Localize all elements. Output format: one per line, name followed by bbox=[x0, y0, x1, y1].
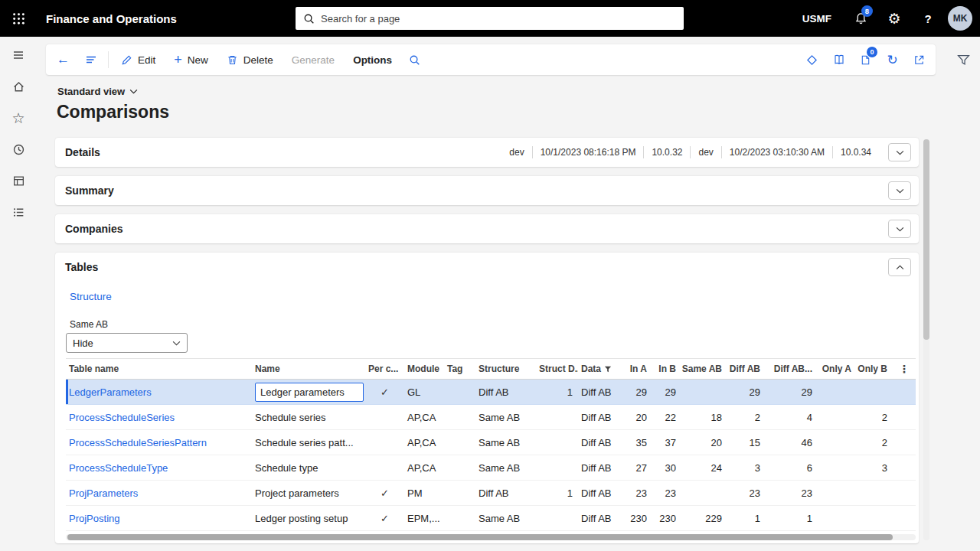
cell-only-b: 2 bbox=[857, 405, 893, 429]
name-edit-input[interactable] bbox=[255, 383, 364, 402]
table-name-link[interactable]: ProcessScheduleSeriesPattern bbox=[69, 437, 207, 448]
collapse-tables-button[interactable] bbox=[888, 258, 911, 276]
nav-menu-toggle[interactable] bbox=[3, 41, 34, 69]
expand-details-button[interactable] bbox=[888, 143, 911, 161]
cell-table-name: LedgerParameters bbox=[66, 380, 252, 404]
grid-more-options[interactable]: ⋮ bbox=[893, 359, 916, 379]
plus-icon: + bbox=[174, 53, 182, 67]
help-button[interactable]: ? bbox=[911, 0, 945, 37]
column-header-structure[interactable]: Structure bbox=[475, 359, 536, 379]
filter-pane-toggle[interactable] bbox=[951, 47, 975, 72]
table-name-link[interactable]: ProjParameters bbox=[69, 487, 138, 499]
attachments-badge: 0 bbox=[867, 47, 877, 57]
column-header-diff-ab[interactable]: Diff AB bbox=[727, 359, 766, 379]
settings-button[interactable]: ⚙ bbox=[877, 0, 911, 37]
search-icon bbox=[303, 13, 315, 24]
table-name-link[interactable]: ProcessScheduleSeries bbox=[69, 412, 175, 423]
cell-structure: Same AB bbox=[475, 455, 536, 480]
table-row[interactable]: ProjPostingLedger posting setup✓EPM,...S… bbox=[66, 506, 916, 531]
column-header-same-ab[interactable]: Same AB bbox=[681, 359, 727, 379]
column-header-tag[interactable]: Tag bbox=[444, 359, 475, 379]
sidebar-item-favorites[interactable]: ☆ bbox=[3, 104, 34, 132]
column-header-only-a[interactable]: Only A bbox=[818, 359, 857, 379]
cell-spacer bbox=[893, 430, 916, 455]
details-meta: dev10/1/2023 08:16:18 PM10.0.32dev10/2/2… bbox=[501, 146, 879, 158]
delete-button[interactable]: Delete bbox=[217, 44, 283, 75]
app-title[interactable]: Finance and Operations bbox=[46, 0, 177, 37]
structure-link[interactable]: Structure bbox=[70, 291, 112, 302]
table-row[interactable]: ProcessScheduleSeriesPatternSchedule ser… bbox=[66, 430, 916, 455]
column-header-module[interactable]: Module bbox=[404, 359, 444, 379]
refresh-icon: ↻ bbox=[887, 54, 897, 67]
notifications-button[interactable]: 8 bbox=[844, 0, 877, 37]
chevron-down-icon bbox=[896, 188, 904, 194]
cell-module: AP,CA bbox=[404, 430, 444, 455]
avatar[interactable]: MK bbox=[948, 6, 972, 31]
expand-summary-button[interactable] bbox=[888, 181, 911, 200]
cell-only-a bbox=[818, 506, 857, 530]
table-row[interactable]: ProcessScheduleTypeSchedule typeAP,CASam… bbox=[66, 455, 916, 481]
expand-companies-button[interactable] bbox=[888, 220, 911, 238]
table-name-link[interactable]: ProcessScheduleType bbox=[69, 462, 168, 474]
global-search-box[interactable] bbox=[296, 7, 684, 30]
section-title: Details bbox=[65, 146, 100, 158]
view-selector[interactable]: Standard view bbox=[57, 86, 138, 97]
table-name-link[interactable]: ProjPosting bbox=[69, 513, 119, 524]
column-header-table-name[interactable]: Table name bbox=[66, 359, 252, 379]
sidebar-item-recent[interactable] bbox=[3, 135, 34, 163]
column-header-data[interactable]: Data bbox=[578, 359, 624, 379]
power-apps-button[interactable] bbox=[799, 46, 825, 73]
filter-icon bbox=[604, 365, 612, 373]
column-header-diff-ab-2[interactable]: Diff AB... bbox=[766, 359, 818, 379]
options-menu[interactable]: Options bbox=[344, 44, 401, 75]
global-search-input[interactable] bbox=[321, 13, 676, 24]
cell-structure: Same AB bbox=[475, 506, 536, 530]
search-icon bbox=[409, 54, 420, 66]
section-companies-header[interactable]: Companies bbox=[55, 214, 919, 243]
new-button[interactable]: + New bbox=[165, 44, 217, 75]
column-header-struct-diff[interactable]: Struct D... bbox=[536, 359, 578, 379]
cell-diff-ab: 3 bbox=[727, 455, 766, 480]
company-selector[interactable]: USMF bbox=[790, 13, 844, 24]
table-row[interactable]: ProcessScheduleSeriesSchedule seriesAP,C… bbox=[66, 405, 916, 430]
table-row[interactable]: LedgerParameters✓GLDiff AB1Diff AB292929… bbox=[66, 380, 916, 405]
column-header-per-company[interactable]: Per c... bbox=[365, 359, 404, 379]
table-row[interactable]: ProjParametersProject parameters✓PMDiff … bbox=[66, 481, 916, 506]
toolbar-divider bbox=[108, 51, 109, 68]
cell-same-ab bbox=[681, 481, 727, 505]
attachments-button[interactable]: 0 bbox=[852, 46, 879, 73]
vertical-scrollbar-thumb[interactable] bbox=[923, 139, 929, 340]
horizontal-scrollbar-thumb[interactable] bbox=[67, 534, 893, 540]
column-header-in-a[interactable]: In A bbox=[624, 359, 652, 379]
workspaces-icon bbox=[12, 174, 25, 187]
edit-button[interactable]: Edit bbox=[112, 44, 165, 75]
column-header-only-b[interactable]: Only B bbox=[857, 359, 893, 379]
toolbar-search-button[interactable] bbox=[401, 44, 428, 75]
sidebar-item-workspaces[interactable] bbox=[3, 167, 34, 194]
same-ab-dropdown[interactable]: Hide bbox=[66, 333, 188, 353]
horizontal-scrollbar[interactable] bbox=[66, 534, 916, 540]
section-tables-header[interactable]: Tables bbox=[55, 253, 919, 282]
top-app-bar: Finance and Operations USMF 8 ⚙ ? MK bbox=[0, 0, 980, 37]
vertical-scrollbar[interactable] bbox=[923, 139, 929, 540]
column-header-name[interactable]: Name bbox=[252, 359, 365, 379]
cell-diff-ab-2: 23 bbox=[766, 481, 818, 505]
cell-same-ab: 18 bbox=[681, 405, 727, 429]
cell-per-company: ✓ bbox=[365, 506, 404, 530]
cell-in-a: 230 bbox=[624, 506, 652, 530]
sidebar-item-modules[interactable] bbox=[3, 198, 34, 226]
refresh-button[interactable]: ↻ bbox=[879, 46, 906, 73]
cell-structure: Diff AB bbox=[475, 380, 536, 404]
sidebar-item-home[interactable] bbox=[3, 73, 34, 100]
section-summary-header[interactable]: Summary bbox=[55, 176, 919, 205]
back-button[interactable]: ← bbox=[49, 44, 77, 75]
open-in-new-window-button[interactable] bbox=[906, 46, 933, 73]
action-pane-menu-button[interactable] bbox=[77, 44, 105, 75]
details-meta-value: 10/1/2023 08:16:18 PM bbox=[533, 147, 644, 158]
section-details-header[interactable]: Details dev10/1/2023 08:16:18 PM10.0.32d… bbox=[55, 138, 919, 167]
check-icon: ✓ bbox=[381, 487, 389, 499]
column-header-in-b[interactable]: In B bbox=[652, 359, 681, 379]
task-guides-button[interactable] bbox=[825, 46, 852, 73]
table-name-link[interactable]: LedgerParameters bbox=[69, 386, 152, 398]
app-launcher-button[interactable] bbox=[0, 0, 37, 37]
